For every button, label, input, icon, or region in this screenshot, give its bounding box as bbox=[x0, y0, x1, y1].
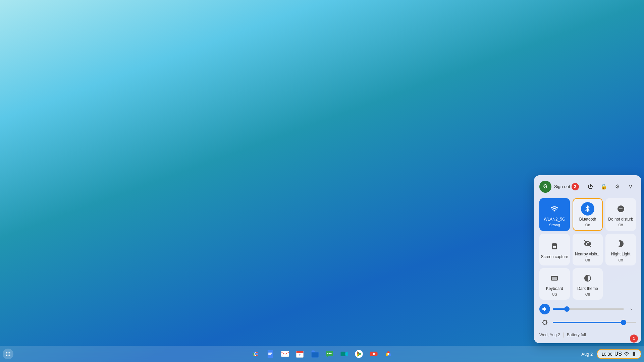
quick-settings-header: G Sign out 2 ⏻ 🔒 ⚙ ∨ bbox=[539, 181, 636, 193]
brightness-slider-row bbox=[539, 317, 636, 328]
chrome-app-icon[interactable] bbox=[249, 347, 262, 361]
launcher-button[interactable] bbox=[3, 349, 13, 359]
quick-settings-panel: G Sign out 2 ⏻ 🔒 ⚙ ∨ bbox=[534, 175, 641, 343]
wifi-icon bbox=[548, 202, 561, 216]
dark-theme-label: Dark theme bbox=[577, 286, 598, 291]
volume-icon[interactable] bbox=[539, 304, 550, 314]
taskbar-wifi-icon bbox=[624, 351, 629, 357]
dark-theme-tile[interactable]: Dark theme Off bbox=[573, 268, 603, 300]
sign-out-button[interactable]: Sign out 2 bbox=[554, 183, 579, 190]
svg-point-2 bbox=[8, 352, 9, 353]
quick-settings-tiles: WLAN2_5G Strong Bluetooth On bbox=[539, 198, 636, 300]
brightness-track[interactable] bbox=[553, 322, 636, 323]
keyboard-label: Keyboard bbox=[546, 286, 563, 291]
svg-point-8 bbox=[8, 355, 9, 356]
do-not-disturb-sub: Off bbox=[618, 223, 623, 227]
keyboard-icon bbox=[548, 272, 561, 285]
volume-slider-row: › bbox=[539, 304, 636, 314]
svg-point-5 bbox=[8, 354, 9, 355]
system-tray[interactable]: 10:36 US bbox=[597, 349, 641, 359]
svg-marker-30 bbox=[345, 352, 348, 356]
night-light-label: Night Light bbox=[611, 252, 630, 256]
brightness-fill bbox=[553, 322, 624, 323]
brightness-icon[interactable] bbox=[539, 317, 550, 328]
svg-point-27 bbox=[329, 353, 330, 354]
lock-button[interactable]: 🔒 bbox=[598, 181, 609, 192]
bluetooth-sub: On bbox=[585, 223, 590, 227]
youtube-app-icon[interactable] bbox=[367, 347, 380, 361]
collapse-button[interactable]: ∨ bbox=[625, 181, 636, 192]
do-not-disturb-tile[interactable]: Do not disturb Off bbox=[605, 198, 636, 231]
dark-theme-sub: Off bbox=[585, 292, 590, 296]
taskbar-date: Aug 2 bbox=[581, 352, 593, 357]
nearby-share-icon bbox=[581, 237, 594, 250]
wifi-tile[interactable]: WLAN2_5G Strong bbox=[539, 198, 570, 231]
svg-rect-16 bbox=[268, 354, 271, 355]
gmail-app-icon[interactable] bbox=[278, 347, 292, 361]
sign-out-label: Sign out bbox=[554, 184, 570, 189]
night-light-tile[interactable]: Night Light Off bbox=[605, 234, 636, 265]
qs-sliders: › bbox=[539, 304, 636, 328]
notification-badge: 2 bbox=[572, 183, 579, 190]
svg-rect-13 bbox=[268, 350, 273, 358]
dark-theme-icon bbox=[581, 272, 594, 285]
qs-footer: Wed, Aug 2 | Battery full bbox=[539, 330, 636, 338]
svg-rect-29 bbox=[341, 352, 345, 356]
brightness-thumb[interactable] bbox=[621, 320, 626, 325]
google-docs-app-icon[interactable] bbox=[264, 347, 277, 361]
chat-app-icon[interactable] bbox=[323, 347, 336, 361]
keyboard-tile[interactable]: Keyboard US bbox=[539, 268, 570, 300]
svg-point-3 bbox=[9, 352, 10, 353]
svg-rect-20 bbox=[297, 353, 304, 353]
taskbar-battery-icon bbox=[631, 351, 637, 357]
svg-point-4 bbox=[6, 354, 7, 355]
volume-thumb[interactable] bbox=[564, 306, 570, 312]
svg-point-41 bbox=[387, 353, 389, 355]
qs-battery: Battery full bbox=[567, 333, 586, 337]
google-play-app-icon[interactable] bbox=[352, 347, 366, 361]
taskbar: 2 bbox=[0, 346, 644, 362]
qs-header-left: G Sign out 2 bbox=[539, 181, 579, 193]
settings-button[interactable]: ⚙ bbox=[612, 181, 623, 192]
google-photos-app-icon[interactable] bbox=[382, 347, 395, 361]
qs-header-right: ⏻ 🔒 ⚙ ∨ bbox=[585, 181, 636, 192]
desktop: G Sign out 2 ⏻ 🔒 ⚙ ∨ bbox=[0, 0, 644, 362]
night-light-sub: Off bbox=[618, 258, 623, 262]
wifi-label: WLAN2_5G bbox=[544, 217, 565, 222]
user-avatar[interactable]: G bbox=[539, 181, 551, 193]
svg-point-28 bbox=[330, 353, 332, 354]
screen-capture-icon bbox=[548, 240, 561, 253]
svg-rect-14 bbox=[268, 352, 272, 352]
svg-point-9 bbox=[9, 355, 10, 356]
system-tray-region: US bbox=[614, 351, 622, 357]
taskbar-right: Aug 2 10:36 US bbox=[581, 349, 641, 359]
keyboard-sub: US bbox=[552, 292, 557, 296]
google-calendar-app-icon[interactable]: 2 bbox=[293, 347, 307, 361]
bluetooth-label: Bluetooth bbox=[579, 217, 596, 222]
bluetooth-icon bbox=[581, 202, 594, 216]
svg-text:2: 2 bbox=[299, 354, 301, 357]
nearby-share-tile[interactable]: Nearby visib... Off bbox=[573, 234, 603, 265]
volume-track[interactable] bbox=[553, 308, 624, 310]
power-button[interactable]: ⏻ bbox=[585, 181, 596, 192]
svg-point-6 bbox=[9, 354, 10, 355]
system-tray-time: 10:36 bbox=[601, 352, 612, 357]
night-light-icon bbox=[614, 237, 628, 250]
files-app-icon[interactable] bbox=[308, 347, 321, 361]
floating-notification-badge-1: 1 bbox=[630, 335, 638, 343]
screen-capture-tile[interactable]: Screen capture bbox=[539, 234, 570, 265]
svg-point-12 bbox=[255, 353, 257, 355]
svg-rect-15 bbox=[268, 353, 272, 354]
do-not-disturb-label: Do not disturb bbox=[608, 217, 633, 222]
nearby-share-label: Nearby visib... bbox=[575, 252, 600, 256]
do-not-disturb-icon bbox=[614, 202, 628, 216]
qs-date: Wed, Aug 2 bbox=[539, 333, 560, 337]
svg-point-7 bbox=[6, 355, 7, 356]
bluetooth-tile[interactable]: Bluetooth On bbox=[573, 198, 603, 231]
taskbar-apps: 2 bbox=[249, 347, 395, 361]
nearby-share-sub: Off bbox=[585, 258, 590, 262]
svg-marker-25 bbox=[327, 356, 328, 358]
wifi-sub: Strong bbox=[549, 223, 560, 227]
meet-app-icon[interactable] bbox=[337, 347, 351, 361]
volume-expand-button[interactable]: › bbox=[627, 304, 636, 314]
